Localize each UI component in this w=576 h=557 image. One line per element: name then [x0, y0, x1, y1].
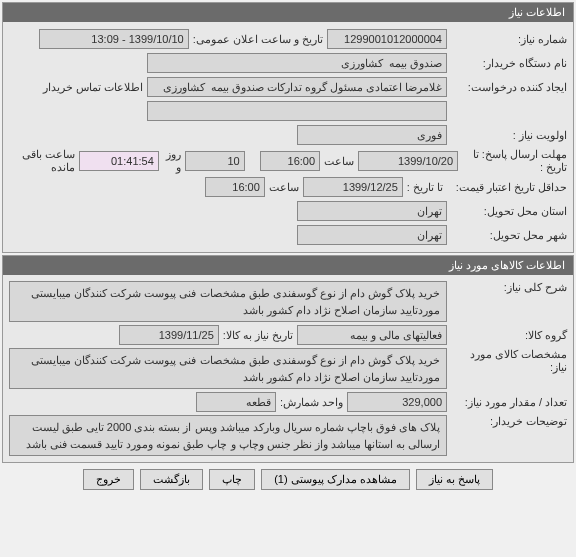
deadline-time-label: ساعت [320, 155, 358, 168]
min-valid-until: تا تاریخ : [403, 181, 447, 194]
min-valid-label: حداقل تاریخ اعتبار قیمت: [447, 181, 567, 194]
deadline-date-field [358, 151, 458, 171]
row-need-no: شماره نیاز: تاریخ و ساعت اعلان عمومی: [9, 28, 567, 50]
row-creator: ایجاد کننده درخواست: اطلاعات تماس خریدار [9, 76, 567, 98]
notes-label: توضیحات خریدار: [447, 415, 567, 428]
priority-field [297, 125, 447, 145]
unit-label: واحد شمارش: [276, 396, 347, 409]
delivery-prov-field [297, 201, 447, 221]
respond-button[interactable]: پاسخ به نیاز [416, 469, 493, 490]
row-priority: اولویت نیاز : [9, 124, 567, 146]
spec-label: مشخصات کالای مورد نیاز: [447, 348, 567, 374]
goods-info-panel: اطلاعات کالاهای مورد نیاز شرح کلی نیاز: … [2, 255, 574, 463]
org-label: نام دستگاه خریدار: [447, 57, 567, 70]
notes-field: پلاک های فوق باچاپ شماره سریال وبارکد می… [9, 415, 447, 456]
back-button[interactable]: بازگشت [140, 469, 203, 490]
delivery-city-label: شهر محل تحویل: [447, 229, 567, 242]
need-no-label: شماره نیاز: [447, 33, 567, 46]
days-field [185, 151, 245, 171]
group-label: گروه کالا: [447, 329, 567, 342]
exit-button[interactable]: خروج [83, 469, 134, 490]
need-info-body: شماره نیاز: تاریخ و ساعت اعلان عمومی: نا… [3, 22, 573, 252]
row-contact [9, 100, 567, 122]
need-info-panel: اطلاعات نیاز شماره نیاز: تاریخ و ساعت اع… [2, 2, 574, 253]
min-valid-time-label: ساعت [265, 181, 303, 194]
row-delivery-city: شهر محل تحویل: [9, 224, 567, 246]
min-valid-date-field [303, 177, 403, 197]
print-button[interactable]: چاپ [209, 469, 255, 490]
subject-label: شرح کلی نیاز: [447, 281, 567, 294]
priority-label: اولویت نیاز : [447, 129, 567, 142]
announce-field [39, 29, 189, 49]
goods-info-header: اطلاعات کالاهای مورد نیاز [3, 256, 573, 275]
row-notes: توضیحات خریدار: پلاک های فوق باچاپ شماره… [9, 415, 567, 456]
action-bar: پاسخ به نیاز مشاهده مدارک پیوستی (1) چاپ… [0, 465, 576, 494]
delivery-city-field [297, 225, 447, 245]
row-qty: تعداد / مقدار مورد نیاز: واحد شمارش: [9, 391, 567, 413]
until-date-label: تاریخ نیاز به کالا: [219, 329, 297, 342]
row-org: نام دستگاه خریدار: [9, 52, 567, 74]
org-field [147, 53, 447, 73]
attachments-button[interactable]: مشاهده مدارک پیوستی (1) [261, 469, 410, 490]
remaining-time-field [79, 151, 159, 171]
need-no-field [327, 29, 447, 49]
days-label: روز و [159, 148, 185, 174]
remaining-label: ساعت باقی مانده [9, 148, 79, 174]
goods-info-body: شرح کلی نیاز: خرید پلاک گوش دام از نوع گ… [3, 275, 573, 462]
deadline-label: مهلت ارسال پاسخ: تا تاریخ : [458, 148, 567, 174]
qty-label: تعداد / مقدار مورد نیاز: [447, 396, 567, 409]
row-min-valid: حداقل تاریخ اعتبار قیمت: تا تاریخ : ساعت [9, 176, 567, 198]
qty-field [347, 392, 447, 412]
creator-label: ایجاد کننده درخواست: [447, 81, 567, 94]
until-date-field [119, 325, 219, 345]
contact-field [147, 101, 447, 121]
contact-label: اطلاعات تماس خریدار [39, 81, 147, 94]
creator-field [147, 77, 447, 97]
deadline-time-field [260, 151, 320, 171]
row-group: گروه کالا: تاریخ نیاز به کالا: [9, 324, 567, 346]
row-deadline: مهلت ارسال پاسخ: تا تاریخ : ساعت روز و س… [9, 148, 567, 174]
row-delivery-prov: استان محل تحویل: [9, 200, 567, 222]
delivery-prov-label: استان محل تحویل: [447, 205, 567, 218]
row-subject: شرح کلی نیاز: خرید پلاک گوش دام از نوع گ… [9, 281, 567, 322]
spec-field: خرید پلاک گوش دام از نوع گوسفندی طبق مشخ… [9, 348, 447, 389]
announce-label: تاریخ و ساعت اعلان عمومی: [189, 33, 327, 46]
group-field [297, 325, 447, 345]
row-spec: مشخصات کالای مورد نیاز: خرید پلاک گوش دا… [9, 348, 567, 389]
min-valid-time-field [205, 177, 265, 197]
need-info-header: اطلاعات نیاز [3, 3, 573, 22]
subject-field: خرید پلاک گوش دام از نوع گوسفندی طبق مشخ… [9, 281, 447, 322]
unit-field [196, 392, 276, 412]
